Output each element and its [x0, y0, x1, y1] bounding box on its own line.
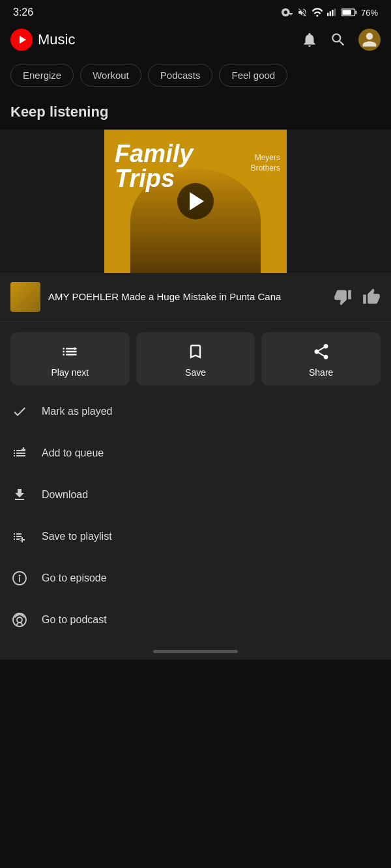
- home-indicator: [0, 641, 391, 660]
- youtube-music-logo: [10, 29, 33, 51]
- album-subtext: MeyersBrothers: [251, 153, 280, 173]
- play-next-button[interactable]: Play next: [10, 332, 130, 385]
- svg-point-13: [13, 613, 26, 626]
- save-icon: [186, 343, 205, 361]
- play-next-icon: [61, 343, 79, 361]
- status-icons: 76%: [282, 7, 378, 18]
- save-button[interactable]: Save: [136, 332, 255, 385]
- avatar-icon: [361, 31, 378, 48]
- svg-marker-9: [74, 347, 77, 350]
- app-logo: Music: [10, 29, 75, 51]
- chip-feelgood[interactable]: Feel good: [219, 64, 287, 87]
- now-playing-info: AMY POEHLER Made a Huge Mistake in Punta…: [48, 290, 326, 303]
- info-icon: [10, 569, 29, 587]
- thumbs-down-icon: [334, 288, 352, 306]
- now-playing-thumb: [10, 282, 40, 312]
- app-title: Music: [38, 31, 75, 48]
- bell-icon: [301, 31, 318, 48]
- svg-point-14: [17, 617, 22, 623]
- status-bar: 3:26 76%: [0, 0, 391, 23]
- save-label: Save: [185, 367, 206, 378]
- search-button[interactable]: [330, 31, 347, 48]
- checkmark-icon: [10, 402, 29, 421]
- album-text-family: Family: [115, 141, 193, 166]
- thumb-image: [10, 282, 40, 312]
- play-button[interactable]: [177, 183, 214, 219]
- go-to-podcast-item[interactable]: Go to podcast: [0, 599, 391, 641]
- status-time: 3:26: [13, 7, 33, 18]
- home-bar: [153, 650, 238, 653]
- download-label: Download: [42, 489, 88, 501]
- now-playing-actions: [334, 288, 381, 306]
- action-buttons-row: Play next Save Share: [0, 322, 391, 391]
- svg-rect-6: [342, 10, 351, 15]
- svg-rect-3: [334, 8, 336, 16]
- svg-rect-0: [327, 13, 328, 16]
- battery-icon: [341, 8, 357, 17]
- app-header: Music: [0, 23, 391, 59]
- share-icon: [312, 343, 330, 361]
- play-next-label: Play next: [51, 367, 89, 378]
- bottom-sheet: AMY POEHLER Made a Huge Mistake in Punta…: [0, 273, 391, 660]
- battery-percent: 76%: [361, 8, 378, 18]
- download-icon: [10, 486, 29, 504]
- chip-workout[interactable]: Workout: [80, 64, 141, 87]
- add-to-queue-item[interactable]: Add to queue: [0, 432, 391, 474]
- thumbs-up-icon: [362, 288, 381, 306]
- header-actions: [301, 29, 381, 51]
- chips-row: Energize Workout Podcasts Feel good: [0, 59, 391, 97]
- add-to-queue-label: Add to queue: [42, 447, 104, 459]
- share-label: Share: [309, 367, 333, 378]
- mark-as-played-item[interactable]: Mark as played: [0, 391, 391, 432]
- download-item[interactable]: Download: [0, 474, 391, 516]
- player-area[interactable]: Family Trips MeyersBrothers: [0, 130, 391, 273]
- go-to-episode-item[interactable]: Go to episode: [0, 557, 391, 599]
- mark-as-played-label: Mark as played: [42, 406, 113, 417]
- svg-rect-1: [330, 11, 331, 16]
- svg-rect-2: [332, 10, 333, 16]
- notification-button[interactable]: [301, 31, 318, 48]
- wifi-icon: [311, 8, 323, 17]
- album-text-trips: Trips: [115, 166, 193, 191]
- go-to-episode-label: Go to episode: [42, 572, 107, 584]
- share-button[interactable]: Share: [261, 332, 381, 385]
- search-icon: [330, 31, 347, 48]
- now-playing-bar: AMY POEHLER Made a Huge Mistake in Punta…: [0, 273, 391, 322]
- chip-podcasts[interactable]: Podcasts: [148, 64, 213, 87]
- play-icon: [190, 192, 204, 210]
- podcast-icon: [10, 611, 29, 629]
- save-to-playlist-item[interactable]: Save to playlist: [0, 516, 391, 557]
- avatar[interactable]: [358, 29, 381, 51]
- chip-energize[interactable]: Energize: [10, 64, 74, 87]
- save-to-playlist-label: Save to playlist: [42, 531, 112, 542]
- now-playing-title: AMY POEHLER Made a Huge Mistake in Punta…: [48, 290, 326, 303]
- go-to-podcast-label: Go to podcast: [42, 614, 107, 626]
- signal-icon: [327, 8, 338, 17]
- thumbs-up-button[interactable]: [362, 288, 381, 306]
- album-art-background: Family Trips MeyersBrothers: [0, 130, 391, 273]
- playlist-add-icon: [10, 527, 29, 546]
- mute-icon: [297, 7, 308, 18]
- queue-music-icon: [10, 444, 29, 462]
- key-icon: [282, 8, 293, 17]
- thumbs-down-button[interactable]: [334, 288, 352, 306]
- svg-rect-5: [355, 10, 356, 14]
- section-title: Keep listening: [0, 97, 391, 130]
